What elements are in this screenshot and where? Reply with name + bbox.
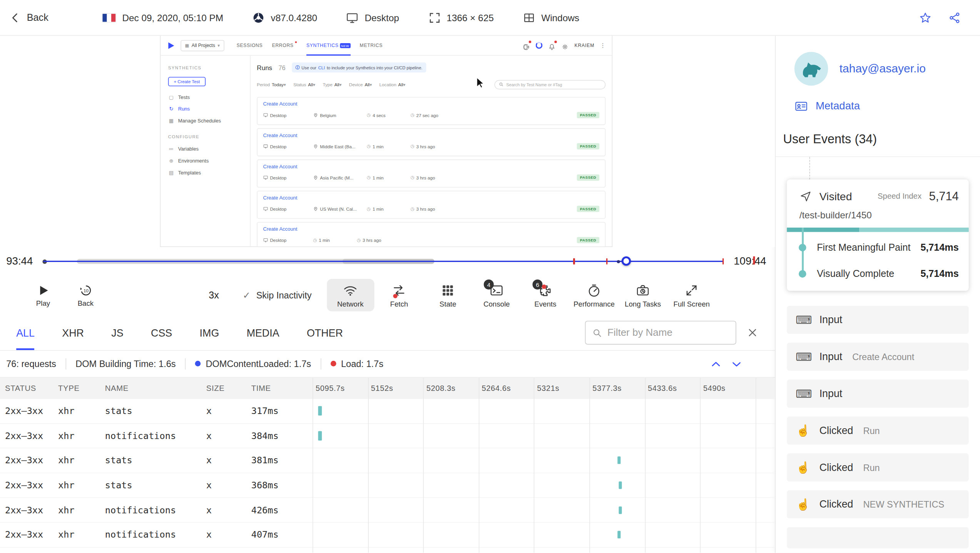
clock-icon: ◷ xyxy=(411,206,415,211)
network-panel-button[interactable]: Network xyxy=(327,279,374,311)
favorite-button[interactable] xyxy=(919,11,932,24)
replayed-tab-errors: ERRORS xyxy=(272,36,297,55)
event-dot xyxy=(617,260,620,263)
waterfall-cell xyxy=(313,399,775,423)
close-panel-button[interactable] xyxy=(746,327,759,339)
filter-device: DeviceAll▾ xyxy=(349,82,372,87)
run-card: Create AccountDesktop◷1 min◷3 hrs agoPAS… xyxy=(257,222,605,247)
back-label: Back xyxy=(27,12,48,23)
location-pin-icon xyxy=(313,144,318,149)
clock-icon: ◷ xyxy=(367,175,371,180)
console-panel-button[interactable]: 4Console xyxy=(473,279,520,311)
network-tab-xhr[interactable]: XHR xyxy=(62,315,84,350)
network-tab-img[interactable]: IMG xyxy=(200,315,219,350)
network-request-row[interactable]: 2xx–3xxxhrnotificationsx407ms xyxy=(0,523,775,547)
user-events-title: User Events (34) xyxy=(776,123,980,157)
waterfall-bar xyxy=(318,406,322,416)
red-dot-icon xyxy=(330,361,336,367)
request-status: 2xx–3xx xyxy=(0,456,53,466)
speed-button[interactable]: 3x xyxy=(209,290,219,301)
blue-dot-icon xyxy=(195,361,201,367)
request-status: 2xx–3xx xyxy=(0,431,53,441)
page-load-bar xyxy=(787,228,968,232)
run-details: DesktopBelgium◷4 secs◷27 sec agoPASSED xyxy=(263,112,600,118)
paint-metric-row: Visually Complete5,714ms xyxy=(787,261,968,287)
event-card-clicked[interactable]: ☝ClickedRun xyxy=(787,453,968,481)
back-button[interactable]: Back xyxy=(9,11,48,24)
filter-type: TypeAll▾ xyxy=(323,82,341,87)
network-tab-other[interactable]: OTHER xyxy=(307,315,343,350)
clock-icon: ◷ xyxy=(313,238,317,243)
timeline-track[interactable] xyxy=(43,255,724,266)
event-card-clicked[interactable]: ☝ClickedNEW SYNTHETICS xyxy=(787,490,968,518)
network-tab-all[interactable]: ALL xyxy=(16,315,35,350)
network-request-row[interactable]: 2xx–3xxxhrstatsx381ms xyxy=(0,448,775,473)
event-card-input[interactable]: ⌨Input xyxy=(787,306,968,334)
playhead[interactable] xyxy=(622,256,631,266)
fullscreen-panel-button[interactable]: Full Screen xyxy=(668,279,715,311)
state-panel-button[interactable]: State xyxy=(424,279,472,311)
filter-location: LocationAll▾ xyxy=(380,82,406,87)
visited-event-card[interactable]: Visited Speed Index 5,714 /test-builder/… xyxy=(787,179,968,291)
clock-icon: ◷ xyxy=(357,238,361,243)
chevron-down-icon: ▾ xyxy=(370,82,372,87)
duration-label: 1 min xyxy=(373,144,384,149)
filter-input[interactable] xyxy=(607,327,729,338)
filter-input-box[interactable] xyxy=(585,321,736,345)
longtasks-panel-button[interactable]: Long Tasks xyxy=(619,279,666,311)
fullscreen-icon xyxy=(684,283,699,298)
event-card-input[interactable]: ⌨Input xyxy=(787,380,968,408)
runs-list: Create AccountDesktopBelgium◷4 secs◷27 s… xyxy=(257,97,605,247)
item-label: Manage Schedules xyxy=(178,118,221,124)
play-icon xyxy=(36,283,50,298)
event-card-clicked[interactable]: ☝ClickedRun xyxy=(787,416,968,444)
cli-banner: ⓘ Use our CLI to include your Synthetics… xyxy=(292,62,426,72)
network-icon xyxy=(343,283,358,298)
ago-label: 3 hrs ago xyxy=(416,175,435,181)
replayed-app-screen: ▦ All Projects ▾ SESSIONSERRORSSYNTHETIC… xyxy=(160,36,613,247)
event-card-input[interactable]: ⌨InputCreate Account xyxy=(787,343,968,371)
event-marker xyxy=(606,258,607,264)
jump-previous-button[interactable] xyxy=(710,358,722,370)
chevron-down-icon: ▾ xyxy=(217,43,220,48)
network-request-row[interactable]: 2xx–3xxxhrstatsx368ms xyxy=(0,473,775,498)
templates-icon: ▤ xyxy=(168,170,174,176)
run-name-link: Create Account xyxy=(263,101,600,107)
network-request-row[interactable]: 2xx–3xxxhrstatsx317ms xyxy=(0,399,775,424)
navigation-icon xyxy=(799,190,812,203)
keyboard-icon: ⌨ xyxy=(796,387,811,401)
network-request-row[interactable]: 2xx–3xxxhrnotificationsx426ms xyxy=(0,498,775,523)
performance-panel-button[interactable]: Performance xyxy=(570,279,618,311)
request-type: xhr xyxy=(53,505,100,515)
network-request-row[interactable]: 2xx–3xxxhrnotificationsx384ms xyxy=(0,424,775,448)
metadata-button[interactable]: Metadata xyxy=(776,93,980,123)
windows-icon xyxy=(522,11,535,24)
play-button[interactable]: Play xyxy=(27,283,59,307)
run-device: Desktop xyxy=(263,175,313,181)
events-panel-button[interactable]: 6Events xyxy=(522,279,569,311)
share-button[interactable] xyxy=(948,11,961,24)
status-badge: PASSED xyxy=(577,206,600,212)
cli-link: CLI xyxy=(318,65,325,70)
resolution-item: 1366 × 625 xyxy=(428,11,493,24)
table-header: STATUS TYPE NAME SIZE TIME 5095.7s5152s5… xyxy=(0,378,775,399)
os-item: Windows xyxy=(522,11,579,24)
waterfall-cell xyxy=(313,448,775,473)
network-tab-js[interactable]: JS xyxy=(111,315,123,350)
skip-inactivity-toggle[interactable]: ✓ Skip Inactivity xyxy=(243,290,312,301)
item-label: Runs xyxy=(178,106,190,112)
back-10s-button[interactable]: 10 Back xyxy=(70,283,101,307)
fetch-panel-button[interactable]: Fetch xyxy=(375,279,423,311)
jump-next-button[interactable] xyxy=(731,358,743,370)
visited-url: /test-builder/1450 xyxy=(787,203,968,228)
user-email[interactable]: tahay@asayer.io xyxy=(840,62,926,76)
run-name-link: Create Account xyxy=(263,226,600,232)
network-tab-media[interactable]: MEDIA xyxy=(247,315,279,350)
network-tab-css[interactable]: CSS xyxy=(151,315,172,350)
event-card-partial[interactable] xyxy=(787,527,968,548)
dom-building-time: DOM Building Time: 1.6s xyxy=(75,359,176,369)
count-badge: 6 xyxy=(533,280,543,290)
session-date: Dec 09, 2020, 05:10 PM xyxy=(122,12,223,23)
time-column-label: 5152s xyxy=(368,384,423,393)
time-column-label: 5208.3s xyxy=(423,384,479,393)
